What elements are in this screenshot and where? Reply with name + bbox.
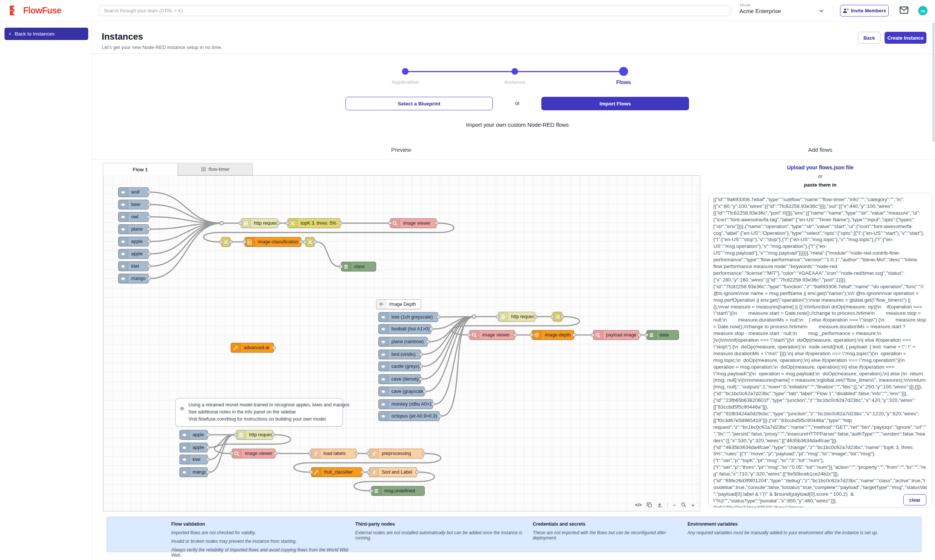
comment-line: Visit flowfuse.com/blog for instructions… (188, 416, 349, 423)
output-port (206, 471, 210, 474)
tab-flow-1[interactable]: Flow 1 (103, 163, 178, 176)
step-dot-flows[interactable] (619, 67, 628, 76)
avatar[interactable]: cs (918, 6, 927, 15)
function-sort-and-label[interactable]: fSort and Label (369, 467, 417, 477)
zoom-reset-button[interactable] (681, 502, 686, 508)
output-port (229, 240, 232, 244)
debug-data[interactable]: data (646, 330, 679, 340)
inject-plane-rainbow[interactable]: plane (rainbow) (378, 337, 428, 346)
inject-apple-3[interactable]: apple (180, 430, 208, 440)
subflow-icon (201, 167, 206, 172)
inject-mango-2[interactable]: mango (180, 467, 208, 477)
back-button[interactable]: Back (858, 32, 880, 44)
inject-plane[interactable]: plane (118, 224, 149, 234)
image-viewer-3[interactable]: image viewer (232, 449, 275, 458)
inject-arrow-icon (118, 262, 128, 271)
inject-arrow-icon (118, 188, 128, 197)
image-viewer-2[interactable]: image viewer (469, 330, 515, 340)
inject-bird[interactable]: bird (viridis) (378, 349, 421, 359)
copy-button[interactable] (646, 502, 652, 508)
image-viewer-1[interactable]: image viewer (390, 218, 437, 228)
comment-image-depth[interactable]: Image Depth (376, 300, 421, 309)
flow-canvas[interactable]: wolfbeerowlplaneappleapplekiwimangohttp … (103, 175, 700, 511)
upload-flows-link[interactable]: Upload your flows.json file (706, 165, 935, 171)
mail-icon[interactable] (900, 6, 909, 14)
input-port (388, 222, 392, 225)
image-depth[interactable]: image-depth (532, 330, 574, 340)
inject-castle[interactable]: castle (greys) (378, 362, 421, 371)
view-code-button[interactable]: </> (635, 502, 641, 508)
node-label: octopus (jet A0.9>0.3) (388, 414, 439, 419)
invite-members-button[interactable]: Invite Members (840, 5, 889, 17)
inject-apple-1[interactable]: apple (118, 237, 149, 246)
page-scrollbar[interactable] (932, 22, 935, 142)
input-port (644, 334, 648, 337)
inject-owl[interactable]: owl (118, 212, 149, 222)
inject-arrow-icon (379, 387, 388, 396)
inject-tree[interactable]: tree (1ch greyscale) (378, 312, 438, 322)
output-port (313, 240, 317, 244)
advanced-ai[interactable]: advanced-ai (231, 343, 274, 352)
zoom-in-button[interactable]: + (691, 502, 695, 508)
inject-arrow-icon (118, 249, 128, 258)
inject-kiwi[interactable]: kiwi (118, 261, 149, 271)
select-blueprint-button[interactable]: Select a Blueprint (346, 97, 493, 110)
input-port (243, 240, 246, 244)
inject-octopus[interactable]: octopus (jet A0.9>0.3) (378, 411, 440, 421)
change-topk[interactable]: topK 3, thres: 5% (288, 218, 341, 228)
junction-1[interactable] (220, 221, 224, 225)
node-label: advanced-ai (241, 345, 272, 350)
search-input[interactable] (99, 6, 730, 16)
inject-mango[interactable]: mango (118, 274, 149, 283)
chevron-down-icon[interactable] (819, 8, 824, 14)
info-title-environment-variables: Environment variables (687, 522, 919, 527)
inject-wolf[interactable]: wolf (118, 187, 149, 197)
payload-image[interactable]: payload.image (593, 330, 639, 340)
step-dot-instance[interactable] (511, 68, 518, 75)
http-request-2[interactable]: http request (498, 312, 535, 322)
create-instance-button[interactable]: Create Instance (884, 32, 926, 44)
change-square-2[interactable] (305, 237, 315, 247)
flows-json-textarea[interactable] (709, 193, 932, 508)
debug-msg-undefined[interactable]: msg.undefined (371, 486, 425, 496)
inject-arrow-icon (379, 325, 388, 334)
http-request-1[interactable]: http request (241, 218, 278, 228)
inject-cave-grayscale[interactable]: cave (grayscale) (378, 386, 425, 396)
node-label: plane (128, 226, 146, 232)
inject-apple-4[interactable]: apple (180, 443, 208, 452)
output-port (637, 334, 641, 337)
http-request-3[interactable]: http request (236, 430, 273, 440)
inject-monkey[interactable]: monkey (rdbu A0>1) (378, 399, 433, 409)
fruit-classifier[interactable]: fruit_classifier (311, 467, 362, 477)
info-title-flow-validation: Flow validation (171, 522, 354, 527)
download-button[interactable] (657, 502, 663, 508)
node-label: apple (189, 445, 207, 450)
output-port (438, 415, 441, 418)
clear-button[interactable]: clear (903, 494, 926, 505)
change-square-1[interactable] (221, 237, 231, 247)
back-to-instances-button[interactable]: ‹ Back to Instances (5, 28, 88, 40)
tab-flow-timer[interactable]: flow-timer (178, 163, 253, 175)
flowfuse-logo[interactable]: FlowFuse (8, 5, 61, 17)
node-label: load labels (320, 451, 349, 456)
function-load-labels[interactable]: fload labels (310, 449, 357, 458)
inject-football[interactable]: football (hot A1>0) (378, 324, 431, 334)
inject-apple-2[interactable]: apple (118, 249, 149, 259)
inject-cave-density[interactable]: cave (density) (378, 374, 421, 384)
inject-kiwi-2[interactable]: kiwi (180, 455, 208, 464)
chevron-left-icon: ‹ (9, 31, 11, 37)
change-square-3[interactable] (552, 312, 562, 322)
zoom-out-button[interactable]: − (672, 502, 676, 508)
node-label: image viewer (479, 332, 513, 338)
import-flows-button[interactable]: Import Flows (541, 97, 689, 110)
image-classification[interactable]: image-classification (245, 237, 301, 247)
team-selector[interactable]: TEAM: Acme Enterprise (740, 3, 781, 14)
debug-class[interactable]: class (341, 262, 376, 271)
tab-flow-timer-label: flow-timer (209, 166, 229, 172)
comment-box[interactable]: Using a retrained resnet model trained t… (175, 398, 343, 426)
inject-beer[interactable]: beer (118, 200, 149, 209)
step-dot-application[interactable] (402, 68, 409, 75)
comment-bubble-icon (176, 402, 188, 412)
function-preprocessing[interactable]: fpreprocessing (369, 449, 424, 458)
junction-2[interactable] (472, 314, 476, 319)
